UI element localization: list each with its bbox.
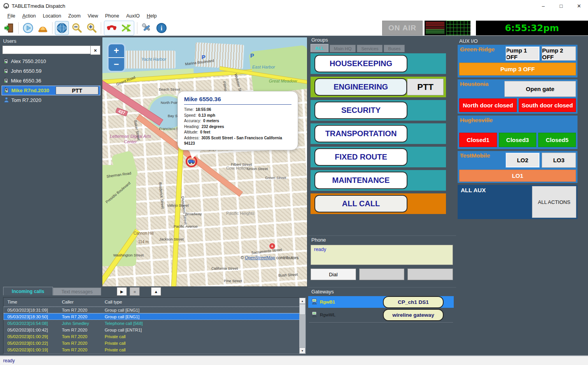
group-housekeeping-button[interactable]: HOUSEKEEPING: [314, 55, 407, 72]
tab-text-messages[interactable]: Text messages: [53, 288, 101, 295]
phone-blank-button-2[interactable]: [407, 268, 453, 280]
user-row-tom[interactable]: Tom R7.2020: [2, 95, 100, 105]
user-row-mike1[interactable]: Mike 6550.36: [2, 76, 100, 86]
map-popup: Mike 6550.36 Time:18:55:06 Speed:0.13 mp…: [177, 91, 298, 150]
minimize-button[interactable]: –: [534, 0, 552, 12]
all-actions-button[interactable]: ALL ACTIONS: [532, 186, 576, 218]
menu-phone[interactable]: Phone: [102, 12, 123, 19]
menu-help[interactable]: Help: [143, 12, 160, 19]
closed1-button[interactable]: Closed1: [459, 133, 497, 147]
user-ptt-button[interactable]: PTT: [56, 86, 98, 95]
tab-main-hq[interactable]: Main HQ: [330, 45, 356, 52]
tools-icon[interactable]: [140, 21, 154, 35]
group-fixed-route-button[interactable]: FIXED ROUTE: [314, 148, 407, 166]
play-icon[interactable]: [21, 21, 35, 35]
all-aux-label: ALL AUX: [461, 187, 486, 193]
scroll-thumb[interactable]: [299, 304, 305, 315]
map-view[interactable]: Yacht Harbor Marina Boulevard East Harbo…: [102, 37, 307, 287]
vu-meter: [425, 21, 446, 35]
tab-services[interactable]: Services: [357, 45, 383, 52]
group-maintenance-button[interactable]: MAINTENANCE: [314, 172, 407, 189]
gateway-row-rgwb1[interactable]: RgwB1 CP_ch1 DS1: [308, 296, 454, 308]
menu-view[interactable]: View: [84, 12, 102, 19]
siren-icon[interactable]: [36, 21, 50, 35]
gateway-row-rgwwl[interactable]: RgwWL wireline gateway: [308, 309, 454, 321]
north-door-button[interactable]: North door closed: [459, 98, 517, 112]
gateway-channel-button[interactable]: wireline gateway: [383, 309, 444, 321]
user-row-alex[interactable]: Alex 7550.2010: [2, 56, 100, 66]
users-panel-title: Users: [0, 37, 102, 45]
aux-section-testmobile: TestMobile LO2 LO3 LO1: [458, 151, 577, 183]
pump-1-off-button[interactable]: Pump 1 OFF: [506, 46, 540, 61]
app-icon: [3, 3, 9, 9]
gateways-panel-title: Gateways: [308, 288, 456, 295]
zoom-in-icon[interactable]: [84, 21, 98, 35]
user-row-mike2-selected[interactable]: Mike R7nd.2030 PTT: [2, 86, 100, 95]
info-icon[interactable]: i: [154, 21, 169, 35]
pump-3-off-button[interactable]: Pump 3 OFF: [459, 63, 576, 75]
phone-panel-title: Phone: [308, 236, 456, 244]
closed3-button[interactable]: Closed3: [499, 133, 537, 147]
pump-2-off-button[interactable]: Pump 2 OFF: [542, 46, 576, 61]
crossing-arrows-icon[interactable]: [119, 21, 133, 35]
map-zoom-out-button[interactable]: −: [109, 58, 124, 71]
call-row-selected[interactable]: 05/03/2023[18:30:50]Tom R7.2020Group cal…: [4, 313, 305, 320]
scroll-up-icon[interactable]: ▲: [299, 298, 305, 304]
closed5-button[interactable]: Closed5: [538, 133, 576, 147]
call-row[interactable]: 05/02/2023[01:00:42]Tom R7.2020Group cal…: [4, 326, 305, 333]
openstreetmap-link[interactable]: OpenStreetMap: [245, 255, 275, 260]
group-all-call-button[interactable]: ALL CALL: [314, 195, 407, 212]
dial-button[interactable]: Dial: [311, 268, 356, 280]
maximize-button[interactable]: □: [552, 0, 570, 12]
gateway-channel-button[interactable]: CP_ch1 DS1: [383, 296, 444, 308]
map-poi-marker[interactable]: +: [269, 243, 276, 249]
tab-incoming-calls[interactable]: Incoming calls: [3, 287, 53, 295]
map-label-letterman: Letterman Digital Arts Center: [107, 134, 154, 145]
groups-panel-title: Groups: [308, 36, 456, 44]
user-row-john[interactable]: John 6550.59: [2, 66, 100, 76]
call-row[interactable]: 05/02/2023[01:00:22]Tom R7.2020Private c…: [4, 340, 305, 346]
group-transportation-button[interactable]: TRANSPORTATION: [314, 125, 407, 142]
group-engineering-button[interactable]: ENGINEERING: [314, 78, 407, 96]
map-label-pine: Pine Street: [224, 279, 242, 283]
clear-search-icon[interactable]: ×: [91, 46, 100, 55]
group-ptt-button[interactable]: PTT: [407, 79, 444, 95]
map-great-meadow-park: [249, 45, 307, 95]
tab-buses[interactable]: Buses: [384, 45, 405, 52]
scroll-down-icon[interactable]: ▼: [299, 347, 305, 354]
calls-scrollbar[interactable]: ▲ ▼: [299, 298, 305, 354]
map-label-green: Green Street: [265, 175, 286, 180]
south-door-button[interactable]: South door closed: [519, 98, 576, 112]
lo3-button[interactable]: LO3: [542, 153, 576, 168]
on-air-indicator[interactable]: ON AIR: [382, 21, 423, 35]
call-row[interactable]: 05/02/2023[01:00:19]Tom R7.2020Private c…: [4, 346, 305, 353]
collapse-icon[interactable]: ▲: [151, 287, 161, 296]
exit-icon[interactable]: [2, 21, 16, 35]
users-search-input[interactable]: [2, 46, 91, 54]
map-zoom-in-button[interactable]: +: [109, 44, 124, 58]
menu-location[interactable]: Location: [39, 12, 65, 19]
call-row[interactable]: 05/02/2023[01:00:29]Tom R7.2020Private c…: [4, 333, 305, 340]
menu-file[interactable]: File: [4, 12, 19, 19]
user-location-marker[interactable]: [186, 156, 197, 167]
zoom-out-icon[interactable]: [70, 21, 84, 35]
phone-icon[interactable]: [105, 21, 119, 35]
phone-blank-button-1[interactable]: [359, 268, 405, 280]
stop-call-icon[interactable]: ■: [130, 287, 140, 296]
map-label-pacific-heights: Pacific Heights: [226, 211, 255, 216]
call-row[interactable]: 05/03/2023[18:31:09]Tom R7.2020Group cal…: [4, 307, 305, 313]
menu-auxio[interactable]: AuxIO: [123, 12, 143, 19]
close-button[interactable]: ✕: [570, 0, 588, 12]
group-security-button[interactable]: SECURITY: [314, 102, 407, 119]
menu-zoom[interactable]: Zoom: [65, 12, 84, 19]
map-globe-icon[interactable]: [55, 21, 69, 35]
lo2-button[interactable]: LO2: [506, 153, 540, 168]
open-gate-button[interactable]: Open gate: [504, 81, 576, 97]
play-call-icon[interactable]: ▶: [117, 287, 127, 296]
groups-tabs: ALL Main HQ Services Buses: [311, 44, 456, 52]
call-row[interactable]: 05/03/2023[16:54:08]John SmedleyTelephon…: [4, 320, 305, 326]
menu-action[interactable]: Action: [19, 12, 39, 19]
phone-status-display: ready: [311, 245, 453, 265]
tab-all[interactable]: ALL: [311, 44, 328, 52]
lo1-button[interactable]: LO1: [459, 170, 576, 182]
